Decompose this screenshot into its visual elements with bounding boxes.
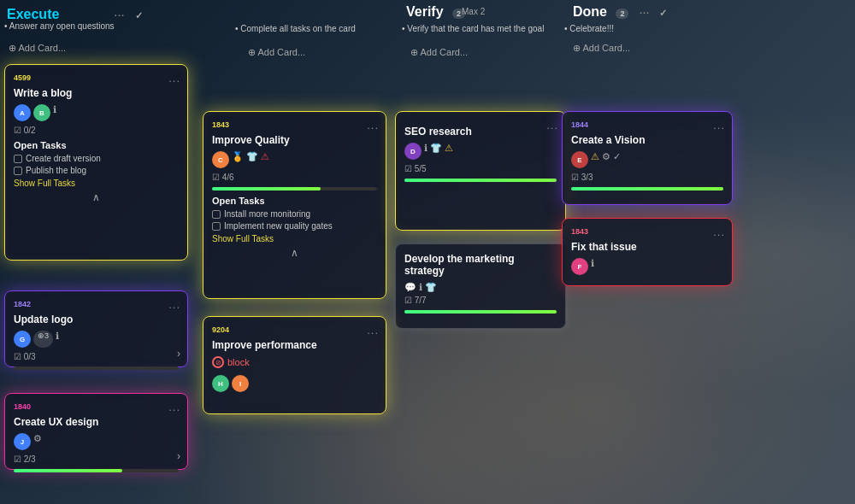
ux-avatars: J ⚙ [14,433,179,450]
improve-quality-task-count: ☑ 4/6 [212,173,377,182]
warning-icon: ⚠ [261,151,269,168]
improve-quality-progress-fill [212,187,321,190]
marketing-tshirt: 👕 [425,282,437,293]
write-blog-collapse[interactable]: ∧ [14,191,179,203]
update-logo-info: ℹ [56,331,59,348]
improve-quality-menu[interactable]: ... [367,119,379,132]
verify-column-header: Verify 2 [406,4,465,20]
marketing-chat: 💬 [404,282,416,293]
vision-progress-bar [571,187,723,190]
ux-nav[interactable]: › [177,450,180,462]
avatar-2: B [33,104,50,121]
write-blog-show-tasks[interactable]: Show Full Tasks [14,179,179,188]
write-blog-section: Open Tasks [14,140,179,150]
verify-add-card[interactable]: ⊕ Add Card... [410,47,468,58]
left-add-card[interactable]: ⊕ Add Card... [9,43,66,54]
vision-id: 1844 [571,120,588,129]
done-add-card[interactable]: ⊕ Add Card... [573,43,630,54]
done-badge: 2 [616,9,628,19]
execute-menu[interactable]: ··· [115,10,125,21]
improve-quality-title: Improve Quality [212,134,377,146]
card-fix-issue: 1843 ... Fix that issue F ℹ [562,218,733,286]
checkbox-3[interactable] [212,210,221,219]
ux-progress-bar [14,469,179,472]
improve-quality-show-tasks[interactable]: Show Full Tasks [212,234,377,243]
avatar-6: F [571,258,588,275]
seo-progress-bar [404,179,557,182]
update-logo-badge: ⊕3 [33,331,53,348]
card-marketing: Develop the marketing strategy 💬 ℹ 👕 ☑ 7… [395,243,566,329]
update-logo-nav[interactable]: › [177,348,180,360]
improve-quality-task-2: Implement new quality gates [212,221,377,231]
checkbox-1[interactable] [14,155,22,163]
info-icon: ℹ [53,104,56,121]
update-logo-menu[interactable]: ... [168,298,180,311]
vision-task-count: ☑ 3/3 [571,173,723,182]
ux-id: 1840 [14,402,31,411]
vision-progress-fill [571,187,723,190]
verify-bullet: • Verify that the card has met the goal [402,24,573,33]
avatar-3: C [212,151,229,168]
update-logo-id: 1842 [14,300,31,308]
ux-title: Create UX design [14,416,179,428]
card-create-ux: 1840 ... Create UX design J ⚙ ☑ 2/3 › [4,393,188,470]
marketing-title: Develop the marketing strategy [404,253,557,277]
ux-progress-fill [14,469,122,472]
ux-task-count: ☑ 2/3 [14,454,179,464]
done-check: ✓ [659,8,667,18]
avatar-5: E [571,151,588,168]
improve-quality-id: 1843 [212,120,229,129]
block-text: block [227,357,250,367]
seo-info: ℹ [424,143,428,160]
marketing-progress-fill [404,310,557,314]
card-improve-perf: 9204 ... Improve performance ⊘ block H I [203,316,386,414]
improve-quality-avatars: C 🏅 👕 ⚠ [212,151,377,168]
done-menu[interactable]: ··· [640,8,650,18]
badge-icon: 🏅 [232,151,244,168]
card-create-vision: 1844 ... Create a Vision E ⚠ ⚙ ✓ ☑ 3/3 [562,111,733,205]
improve-perf-id: 9204 [212,325,229,334]
update-logo-title: Update logo [14,314,179,325]
improve-quality-progress-bar [212,187,377,190]
card-write-blog: 4599 ... Write a blog A B ℹ ☑ 0/2 Open T… [4,64,188,261]
vision-menu[interactable]: ... [713,119,725,132]
execute-title: Execute [7,7,59,21]
card-improve-quality: 1843 ... Improve Quality C 🏅 👕 ⚠ ☑ 4/6 O… [203,111,386,299]
improve-quality-collapse[interactable]: ∧ [212,247,377,259]
left-column-bullet: • Answer any open questions [4,21,158,31]
seo-menu[interactable]: ... [546,119,558,132]
checkbox-4[interactable] [212,222,221,231]
marketing-progress-bar [404,310,557,314]
done-column-header: Done 2 ··· ✓ [573,4,667,20]
write-blog-menu[interactable]: ... [168,72,180,85]
done-bullet: • Celebrate!!! [564,24,614,33]
fix-avatars: F ℹ [571,258,723,275]
seo-tshirt: 👕 [430,143,442,160]
ux-menu[interactable]: ... [168,401,180,413]
execute-check: ✓ [135,10,143,21]
avatar-9: I [232,375,249,392]
execute-add-card[interactable]: ⊕ Add Card... [248,47,305,58]
seo-title: SEO research [404,126,557,138]
fix-menu[interactable]: ... [713,226,725,238]
improve-quality-task-1: Install more monitoring [212,209,377,219]
avatar-1: A [14,104,31,121]
tshirt-icon: 👕 [246,151,258,168]
write-blog-task-1: Create draft version [14,154,179,163]
vision-title: Create a Vision [571,134,723,146]
seo-warn: ⚠ [445,143,453,160]
vision-gear: ⚙ [602,151,610,168]
checkbox-2[interactable] [14,167,22,175]
update-logo-task-count: ☑ 0/3 [14,352,179,361]
vision-check: ✓ [613,151,621,168]
kanban-board: • Answer any open questions ⊕ Add Card..… [0,0,855,504]
done-title: Done [573,4,607,19]
improve-quality-section: Open Tasks [212,196,377,206]
write-blog-title: Write a blog [14,87,179,99]
write-blog-avatars: A B ℹ [14,104,179,121]
write-blog-task-2: Publish the blog [14,166,179,175]
write-blog-id: 4599 [14,73,31,82]
seo-avatars: D ℹ 👕 ⚠ [404,143,557,160]
improve-perf-menu[interactable]: ... [367,324,379,337]
improve-perf-block: ⊘ block [212,356,377,368]
